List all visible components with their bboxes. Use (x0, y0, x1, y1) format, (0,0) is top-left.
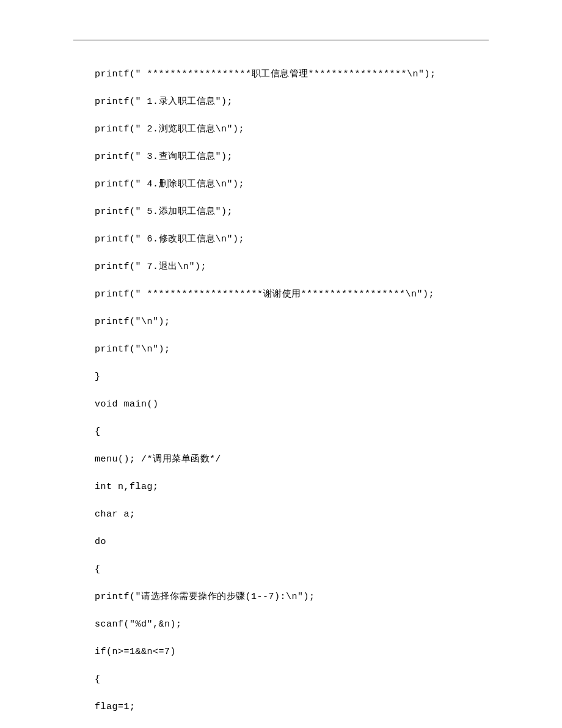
horizontal-divider (73, 40, 489, 40)
code-line: scanf("%d",&n); (95, 620, 492, 629)
code-line: printf(" 4.删除职工信息\n"); (95, 180, 492, 189)
code-line: } (95, 372, 492, 381)
code-line: printf("\n"); (95, 317, 492, 326)
code-line: menu(); /*调用菜单函数*/ (95, 455, 492, 464)
code-line: printf(" 2.浏览职工信息\n"); (95, 125, 492, 134)
code-line: printf("请选择你需要操作的步骤(1--7):\n"); (95, 592, 492, 601)
code-line: printf(" 1.录入职工信息"); (95, 97, 492, 106)
code-line: void main() (95, 400, 492, 409)
code-block: printf(" ******************职工信息管理*******… (70, 70, 492, 711)
code-line: if(n>=1&&n<=7) (95, 647, 492, 656)
code-line: printf(" ******************职工信息管理*******… (95, 70, 492, 79)
code-line: printf(" ********************谢谢使用*******… (95, 290, 492, 299)
code-line: printf(" 7.退出\n"); (95, 262, 492, 271)
code-line: printf(" 5.添加职工信息"); (95, 207, 492, 216)
code-line: { (95, 427, 492, 436)
code-line: char a; (95, 510, 492, 519)
code-line: { (95, 565, 492, 574)
code-line: flag=1; (95, 702, 492, 711)
code-line: printf(" 3.查询职工信息"); (95, 152, 492, 161)
document-page: printf(" ******************职工信息管理*******… (0, 0, 562, 711)
code-line: printf("\n"); (95, 345, 492, 354)
code-line: int n,flag; (95, 482, 492, 491)
code-line: printf(" 6.修改职工信息\n"); (95, 235, 492, 244)
code-line: do (95, 537, 492, 546)
code-line: { (95, 675, 492, 684)
